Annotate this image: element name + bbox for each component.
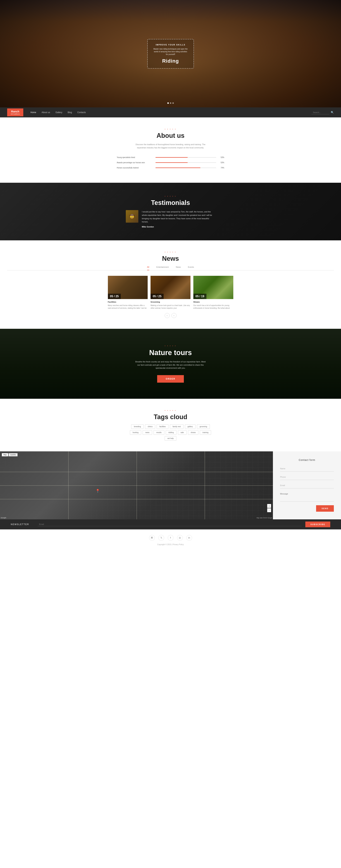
map-pin: 📍 — [95, 489, 100, 493]
tag-family-rest[interactable]: family rest — [170, 424, 183, 429]
tag-shows[interactable]: shows — [188, 430, 198, 435]
nature-dots: • • • • • — [7, 345, 334, 347]
news-tab-entertainment[interactable]: Entertainment — [157, 266, 169, 270]
stat-trained: Horses successfully trained 74% — [117, 167, 224, 169]
nav-link-gallery[interactable]: Gallery — [55, 111, 62, 114]
news-grid: 05 / 25 Facilities Many ranches and hors… — [108, 276, 233, 309]
nav-link-about[interactable]: About us — [41, 111, 50, 114]
search-input[interactable] — [311, 111, 329, 114]
map-controls: + − — [267, 504, 271, 512]
map-zoom-in[interactable]: + — [267, 504, 271, 508]
tag-training[interactable]: training — [200, 430, 211, 435]
hero-riding-title: Riding — [153, 58, 188, 64]
order-button[interactable]: ORDER — [157, 375, 184, 383]
news-text-facilities: Many ranches and horse-riding classes of… — [108, 304, 148, 309]
hero-dot-1[interactable] — [167, 102, 169, 104]
news-tabs: All Entertainment News Events — [7, 266, 334, 271]
social-rss-icon[interactable]: ⌘ — [149, 535, 155, 541]
tag-grooming[interactable]: grooming — [197, 424, 210, 429]
news-tab-events[interactable]: Events — [188, 266, 194, 270]
stat-specialists-label: Young specialists hired — [117, 156, 153, 158]
hero-dot-2[interactable] — [170, 102, 171, 104]
news-text-shows: Our ranch has a lot of opportunities for… — [193, 304, 233, 309]
contact-message-input[interactable] — [280, 491, 334, 502]
subscribe-button[interactable]: SUBSCRIBE — [305, 522, 330, 527]
news-title: News — [7, 255, 334, 262]
testimonial-content: 🤠 I would just like to say how I was ama… — [126, 210, 216, 228]
stat-specialists-pct: 53% — [219, 156, 224, 158]
social-facebook-icon[interactable]: f — [168, 535, 173, 541]
newsletter-bar: Newsletter SUBSCRIBE — [0, 519, 341, 529]
hero-pagination — [167, 102, 174, 104]
news-section: • • • • • News All Entertainment News Ev… — [0, 240, 341, 329]
map-type-buttons: Map Satellite — [2, 453, 18, 456]
tag-facilities[interactable]: facilities — [157, 424, 168, 429]
hero-card: IMPROVE YOUR SKILLS Master new riding te… — [147, 39, 194, 68]
navbar: Ranch old traditions Home About us Galle… — [0, 107, 341, 117]
nav-logo-ranch: Ranch — [10, 110, 21, 113]
nav-link-contacts[interactable]: Contacts — [77, 111, 86, 114]
news-card-shows: 05 / 19 Shows Our ranch has a lot of opp… — [193, 276, 233, 309]
testimonial-author: Mike Gordon — [142, 226, 216, 228]
news-next-button[interactable]: › — [171, 313, 176, 318]
contact-name-input[interactable] — [280, 466, 334, 472]
hero-dot-3[interactable] — [172, 102, 174, 104]
map-road-v3 — [205, 452, 205, 519]
tag-results[interactable]: results — [153, 430, 164, 435]
tag-breeding[interactable]: breeding — [131, 424, 144, 429]
tags-title: Tags cloud — [7, 413, 334, 421]
tag-vet-help[interactable]: vet help — [165, 436, 176, 441]
news-img-grooming: 05 / 25 — [150, 276, 191, 299]
news-date-grooming: 05 / 25 — [150, 294, 164, 299]
nav-link-blog[interactable]: Blog — [67, 111, 72, 114]
google-logo: Google — [1, 517, 6, 519]
tags-container: breeding clinics facilities family rest … — [126, 424, 216, 441]
stat-awards-track — [155, 162, 216, 163]
search-icon[interactable]: 🔍 — [331, 111, 334, 114]
stat-awards-fill — [155, 162, 188, 163]
nav-logo-traditions: old traditions — [10, 113, 21, 115]
nature-subtitle: Breathe the fresh country air and enjoy … — [135, 360, 206, 370]
newsletter-email-input[interactable] — [38, 522, 302, 526]
stat-specialists-fill — [155, 157, 188, 158]
tag-gallery[interactable]: gallery — [185, 424, 196, 429]
news-prev-button[interactable]: ‹ — [165, 313, 170, 318]
tag-sale[interactable]: sale — [178, 430, 187, 435]
about-stats: Young specialists hired 53% Awards perce… — [117, 156, 224, 169]
stat-trained-pct: 74% — [219, 167, 224, 169]
news-title-grooming: Grooming — [150, 301, 191, 303]
nav-link-home[interactable]: Home — [30, 111, 36, 114]
tag-ridding[interactable]: ridding — [166, 430, 176, 435]
tags-section: • • • • • Tags cloud breeding clinics fa… — [0, 399, 341, 452]
news-tab-all[interactable]: All — [147, 266, 149, 270]
stat-specialists: Young specialists hired 53% — [117, 156, 224, 158]
contact-section: 📍 Map Satellite + − Google Map data ©201… — [0, 452, 341, 519]
stat-awards-label: Awards percentage our horses won — [117, 162, 153, 163]
news-card-grooming: 05 / 25 Grooming Making a horse look goo… — [150, 276, 191, 309]
send-button[interactable]: SEND — [316, 505, 334, 512]
news-title-facilities: Facilities — [108, 301, 148, 303]
contact-phone-input[interactable] — [280, 474, 334, 480]
hero-improve-label: IMPROVE YOUR SKILLS — [153, 44, 188, 46]
news-date-facilities: 05 / 25 — [108, 294, 121, 299]
testimonials-dots: • • • • • — [7, 195, 334, 197]
map-type-satellite[interactable]: Satellite — [9, 453, 18, 456]
social-linkedin-icon[interactable]: in — [187, 535, 192, 541]
news-date-shows: 05 / 19 — [193, 294, 206, 299]
contact-email-input[interactable] — [280, 483, 334, 488]
testimonial-text: I would just like to say how I was amaze… — [142, 210, 216, 223]
social-instagram-icon[interactable]: ◎ — [177, 535, 183, 541]
map-zoom-out[interactable]: − — [267, 508, 271, 512]
map-road-v1 — [68, 452, 68, 519]
hero-description: Master new riding techniques and open th… — [153, 48, 188, 56]
tag-clinics[interactable]: clinics — [145, 424, 155, 429]
privacy-policy-link[interactable]: Privacy Policy — [173, 544, 184, 546]
map-type-map[interactable]: Map — [2, 453, 8, 456]
news-tab-news[interactable]: News — [176, 266, 181, 270]
tag-hunting[interactable]: hunting — [130, 430, 141, 435]
tag-news[interactable]: news — [143, 430, 152, 435]
nav-logo[interactable]: Ranch old traditions — [7, 108, 23, 117]
social-twitter-icon[interactable]: 𝕏 — [159, 535, 164, 541]
tags-dots: • • • • • — [7, 409, 334, 411]
about-section: • • • • • About us Discover the traditio… — [0, 117, 341, 183]
